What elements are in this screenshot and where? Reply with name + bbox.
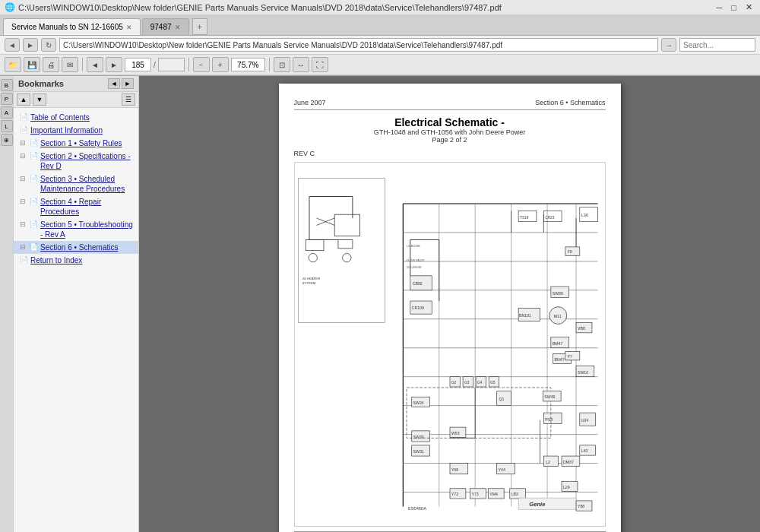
- svg-text:PS3: PS3: [545, 417, 553, 422]
- tab1-close-icon[interactable]: ✕: [126, 24, 132, 31]
- bookmark-sec6-icon: 📄: [30, 243, 38, 252]
- svg-text:L29: L29: [562, 485, 569, 489]
- bookmark-toc-icon: 📄: [20, 113, 28, 122]
- svg-text:Genie: Genie: [529, 501, 545, 508]
- bookmark-toc-label: Table of Contents: [30, 112, 135, 122]
- zoom-out-button[interactable]: −: [193, 57, 210, 72]
- address-bar[interactable]: [59, 38, 658, 52]
- bookmark-sec2[interactable]: ⊟ 📄 Section 2 • Specifications - Rev D: [14, 150, 138, 173]
- sec4-expand-icon: ⊟: [20, 198, 27, 207]
- tab-bar: Service Manuals to SN 12-16605 ✕ 97487 ✕…: [0, 15, 760, 36]
- pdf-subtitle2: Page 2 of 2: [294, 136, 606, 144]
- page-separator: /: [154, 61, 156, 69]
- refresh-button[interactable]: ↻: [41, 38, 56, 52]
- fit-page-button[interactable]: ⊡: [274, 57, 290, 72]
- pdf-viewer-area[interactable]: June 2007 Section 6 • Schematics Electri…: [139, 76, 760, 532]
- side-icon-bar: B P A L ⊕: [0, 76, 14, 532]
- bookmarks-menu-button[interactable]: ☰: [122, 93, 135, 106]
- toolbar-separator-1: [82, 58, 83, 71]
- close-icon[interactable]: ✕: [743, 2, 755, 12]
- prev-page-button[interactable]: ◄: [87, 57, 103, 72]
- svg-text:CR23: CR23: [545, 216, 554, 220]
- zoom-level-input[interactable]: [231, 58, 265, 71]
- fullscreen-button[interactable]: ⛶: [312, 57, 328, 72]
- save-button[interactable]: 💾: [24, 57, 40, 72]
- bookmark-sec3[interactable]: ⊟ 📄 Section 3 • Scheduled Maintenance Pr…: [14, 173, 138, 195]
- schematic-svg: TS19 CR23 L30: [295, 163, 605, 526]
- search-input[interactable]: [679, 38, 755, 52]
- bookmarks-panel-toggle[interactable]: B: [1, 79, 13, 91]
- svg-text:U24: U24: [581, 418, 588, 423]
- fit-width-button[interactable]: ↔: [293, 57, 309, 72]
- bookmarks-panel-title: Bookmarks: [18, 79, 64, 88]
- annotations-panel-toggle[interactable]: A: [1, 106, 13, 119]
- svg-text:JG HEATER: JG HEATER: [302, 277, 320, 280]
- tab-service-manuals[interactable]: Service Manuals to SN 12-16605 ✕: [3, 18, 141, 35]
- bookmark-sec5[interactable]: ⊟ 📄 Section 5 • Troubleshooting - Rev A: [14, 218, 138, 241]
- svg-text:SYSTEM: SYSTEM: [302, 281, 315, 285]
- svg-text:LS BOOM: LS BOOM: [407, 245, 420, 248]
- attachments-panel-toggle[interactable]: ⊕: [1, 134, 13, 146]
- bookmark-return[interactable]: 📄 Return to Index: [14, 254, 138, 267]
- back-button[interactable]: ◄: [5, 38, 20, 52]
- minimize-icon[interactable]: ─: [714, 3, 726, 12]
- tab2-close-icon[interactable]: ✕: [175, 24, 181, 31]
- maximize-icon[interactable]: □: [728, 3, 739, 12]
- bookmark-sec2-label: Section 2 • Specifications - Rev D: [40, 151, 135, 171]
- svg-text:CR109: CR109: [411, 306, 423, 310]
- svg-text:VB8: VB8: [577, 326, 584, 331]
- tab-97487[interactable]: 97487 ✕: [142, 18, 189, 35]
- svg-text:L40: L40: [581, 448, 587, 453]
- bookmark-sec4-icon: 📄: [30, 198, 38, 207]
- bookmarks-collapse-button[interactable]: ◄: [108, 78, 120, 89]
- go-button[interactable]: →: [661, 38, 676, 52]
- bookmark-sec6-label: Section 6 • Schematics: [40, 242, 135, 252]
- print-button[interactable]: 🖨: [43, 57, 59, 72]
- layers-panel-toggle[interactable]: L: [1, 120, 13, 132]
- bookmark-return-label: Return to Index: [30, 255, 135, 265]
- forward-button[interactable]: ►: [23, 38, 38, 52]
- open-button[interactable]: 📁: [5, 57, 21, 72]
- tab2-label: 97487: [150, 23, 172, 31]
- bookmark-sec4[interactable]: ⊟ 📄 Section 4 • Repair Procedures: [14, 195, 138, 218]
- bookmark-sec5-icon: 📄: [30, 220, 38, 230]
- total-pages-display: 196: [158, 58, 185, 71]
- bookmark-sec6[interactable]: ⊟ 📄 Section 6 • Schematics: [14, 241, 138, 254]
- pages-panel-toggle[interactable]: P: [1, 93, 13, 105]
- bookmarks-down-button[interactable]: ▼: [33, 93, 46, 106]
- email-button[interactable]: ✉: [62, 57, 78, 72]
- bookmarks-panel-header: Bookmarks ◄ ►: [14, 76, 138, 92]
- bookmarks-expand-button[interactable]: ►: [122, 78, 134, 89]
- sec5-expand-icon: ⊟: [20, 220, 27, 230]
- pdf-page: June 2007 Section 6 • Schematics Electri…: [279, 84, 621, 532]
- pdf-main-title: Electrical Schematic -: [294, 116, 606, 128]
- svg-text:Y88: Y88: [577, 504, 584, 508]
- bookmark-sec1[interactable]: ⊟ 📄 Section 1 • Safety Rules: [14, 137, 138, 150]
- svg-text:Y73: Y73: [471, 492, 478, 496]
- svg-text:LB2: LB2: [511, 492, 518, 496]
- title-bar-text: C:\Users\WINDOW10\Desktop\New folder\GEN…: [18, 3, 711, 12]
- nav-bar: ◄ ► ↻ →: [0, 36, 760, 55]
- svg-text:FLOW VALVE: FLOW VALVE: [407, 259, 425, 262]
- svg-text:BN101: BN101: [519, 313, 531, 318]
- current-page-input[interactable]: [125, 58, 151, 71]
- bookmark-important[interactable]: 📄 Important Information: [14, 124, 138, 137]
- next-page-button[interactable]: ►: [106, 57, 122, 72]
- schematic-diagram-area: TS19 CR23 L30: [294, 162, 606, 527]
- toolbar-separator-2: [188, 58, 189, 71]
- pdf-subtitle: GTH-1048 and GTH-1056 with John Deere Po…: [294, 128, 606, 136]
- zoom-in-button[interactable]: +: [212, 57, 229, 72]
- svg-text:Y44: Y44: [498, 467, 505, 472]
- svg-text:SW36: SW36: [552, 291, 562, 296]
- title-bar: 🌐 C:\Users\WINDOW10\Desktop\New folder\G…: [0, 0, 760, 15]
- svg-text:G4: G4: [477, 381, 483, 385]
- bookmark-return-icon: 📄: [20, 256, 28, 265]
- new-tab-button[interactable]: +: [192, 18, 207, 35]
- sec2-expand-icon: ⊟: [20, 152, 27, 161]
- svg-text:SW24: SW24: [413, 401, 423, 405]
- pdf-rev: REV C: [294, 150, 606, 157]
- bookmarks-up-button[interactable]: ▲: [17, 93, 30, 106]
- svg-text:ES0460A: ES0460A: [407, 506, 426, 511]
- svg-text:F9: F9: [567, 249, 572, 254]
- bookmark-toc[interactable]: 📄 Table of Contents: [14, 111, 138, 124]
